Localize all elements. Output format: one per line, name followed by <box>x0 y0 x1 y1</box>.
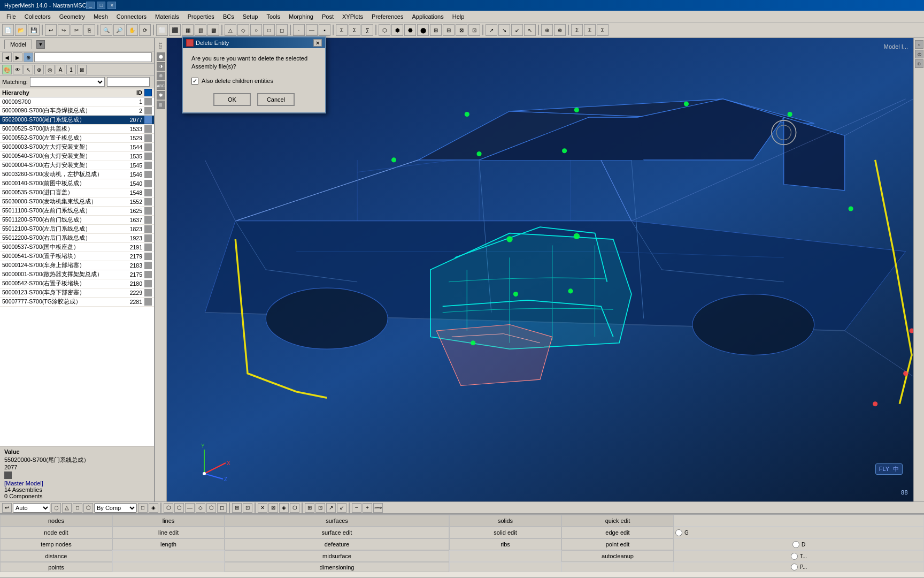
delete-children-label[interactable]: Also delete children entities <box>202 78 273 84</box>
tb-sum2[interactable]: Σ <box>349 24 360 36</box>
panel-abc-btn[interactable]: A <box>56 65 65 74</box>
tb-node[interactable]: · <box>293 24 305 36</box>
bt-s7[interactable]: ⬡ <box>164 503 173 513</box>
panel-num-btn[interactable]: 1 <box>66 65 76 74</box>
tb-a5[interactable]: ⊞ <box>430 24 442 36</box>
bt-s5[interactable]: □ <box>138 503 148 513</box>
maximize-button[interactable]: □ <box>97 2 105 9</box>
grid-dimensioning[interactable]: dimensioning <box>225 562 449 572</box>
bt-s4[interactable]: ⬡ <box>83 503 93 513</box>
grid-length[interactable]: length <box>112 538 225 550</box>
tb-d3[interactable]: Σ <box>597 24 609 36</box>
panel-tb-2[interactable]: ▶ <box>13 52 22 62</box>
tb-redo[interactable]: ↪ <box>58 24 70 36</box>
panel-options-icon[interactable]: ▼ <box>36 40 45 49</box>
grid-node-edit[interactable]: node edit <box>0 527 112 538</box>
tb-view5[interactable]: ▩ <box>207 24 219 36</box>
bt-s12[interactable]: ◻ <box>217 503 227 513</box>
menu-connectors[interactable]: Connectors <box>112 12 151 21</box>
tb-mesh5[interactable]: ◻ <box>276 24 288 36</box>
tb-d1[interactable]: Σ <box>571 24 583 36</box>
bt-s2[interactable]: △ <box>62 503 72 513</box>
bt-s10[interactable]: ◇ <box>196 503 205 513</box>
grid-surface-edit[interactable]: surface edit <box>225 527 449 538</box>
auto-select[interactable]: Auto <box>13 503 50 513</box>
tb-pan[interactable]: ✋ <box>126 24 138 36</box>
hierarchy-item-16[interactable]: 50000537-S700(国中板座盘）2191 <box>0 243 154 252</box>
tb-sum[interactable]: Σ <box>336 24 348 36</box>
hierarchy-item-20[interactable]: 50000542-S700(右置子板堵块）2180 <box>0 279 154 288</box>
bt-s25[interactable]: ⟿ <box>373 503 383 513</box>
tb-c1[interactable]: ⊕ <box>541 24 553 36</box>
bt-s6[interactable]: ◈ <box>149 503 158 513</box>
hierarchy-list[interactable]: 00000S700150000090-S700(白车身焊接总成）25502000… <box>0 97 154 446</box>
tb-new[interactable]: 📄 <box>2 24 14 36</box>
panel-more-btn[interactable]: ⊕ <box>34 65 44 74</box>
minimize-button[interactable]: _ <box>86 2 95 9</box>
hierarchy-item-0[interactable]: 00000S7001 <box>0 97 154 107</box>
hierarchy-item-3[interactable]: 50000525-S700(防共盖板）1533 <box>0 125 154 134</box>
tab-model[interactable]: Model <box>4 40 32 49</box>
bt-s17[interactable]: ◈ <box>279 503 289 513</box>
bt-s20[interactable]: ⊡ <box>315 503 325 513</box>
menu-help[interactable]: Help <box>448 12 469 21</box>
hierarchy-item-11[interactable]: 55030000-S700(发动机集束线总成）1552 <box>0 197 154 207</box>
tb-edge[interactable]: — <box>306 24 318 36</box>
tb-b2[interactable]: ↘ <box>498 24 510 36</box>
tb-save[interactable]: 💾 <box>28 24 40 36</box>
tb-copy[interactable]: ⎘ <box>83 24 95 36</box>
grid-ribs[interactable]: ribs <box>449 538 561 550</box>
tb-open[interactable]: 📂 <box>15 24 27 36</box>
panel-tb-3[interactable]: ⊕ <box>24 52 33 62</box>
strip-icon-2[interactable]: ◑ <box>157 62 165 71</box>
hierarchy-item-17[interactable]: 50000541-S700(置子板堵块）2179 <box>0 252 154 261</box>
bt-s14[interactable]: ⊡ <box>243 503 252 513</box>
bt-s1[interactable]: ◌ <box>51 503 61 513</box>
tb-view2[interactable]: ⬛ <box>169 24 181 36</box>
hierarchy-item-8[interactable]: 50003260-S700(发动机，左护板总成）1546 <box>0 170 154 179</box>
tb-mesh3[interactable]: ○ <box>250 24 262 36</box>
bt-arrow[interactable]: ↩ <box>2 503 12 513</box>
hierarchy-item-13[interactable]: 55011200-S700(右前门线总成）1637 <box>0 216 154 225</box>
panel-tb-1[interactable]: ◀ <box>2 52 12 62</box>
tb-view3[interactable]: ▦ <box>182 24 194 36</box>
matching-select[interactable] <box>30 77 105 87</box>
tb-a6[interactable]: ⊟ <box>443 24 455 36</box>
matching-input[interactable] <box>107 77 150 87</box>
hierarchy-item-5[interactable]: 50000003-S700(左大灯安装支架）1544 <box>0 143 154 152</box>
tb-calc[interactable]: ∑ <box>361 24 373 36</box>
menu-bcs[interactable]: BCs <box>219 12 238 21</box>
tb-view1[interactable]: ⬜ <box>156 24 168 36</box>
hierarchy-item-1[interactable]: 50000090-S700(白车身焊接总成）2 <box>0 107 154 116</box>
tb-rotate[interactable]: ⟳ <box>139 24 151 36</box>
tb-b1[interactable]: ↗ <box>486 24 497 36</box>
hierarchy-item-9[interactable]: 50000140-S700(前图中板总成）1540 <box>0 179 154 188</box>
tb-d2[interactable]: Σ <box>584 24 596 36</box>
hierarchy-item-15[interactable]: 55012200-S700(右后门系线总成）1923 <box>0 234 154 243</box>
hierarchy-item-18[interactable]: 50000124-S700(车身上部堵塞）2183 <box>0 261 154 270</box>
close-button[interactable]: × <box>107 2 116 9</box>
menu-geometry[interactable]: Geometry <box>55 12 89 21</box>
bt-s3[interactable]: □ <box>73 503 82 513</box>
tb-zoom-out[interactable]: 🔎 <box>113 24 125 36</box>
menu-file[interactable]: File <box>2 12 20 21</box>
hierarchy-item-21[interactable]: 50000123-S700(车身下部密塞）2229 <box>0 288 154 298</box>
hierarchy-item-10[interactable]: 50000535-S700(进口盲盖）1548 <box>0 188 154 197</box>
grid-temp-nodes[interactable]: temp nodes <box>0 538 112 550</box>
menu-applications[interactable]: Applications <box>407 12 448 21</box>
grid-midsurface[interactable]: midsurface <box>225 550 449 562</box>
right-icon-2[interactable]: ◎ <box>915 50 923 58</box>
grid-autocleanup[interactable]: autocleanup <box>561 550 674 562</box>
right-icon-1[interactable]: ○ <box>915 40 923 49</box>
panel-sz-btn[interactable]: ⊠ <box>77 65 87 74</box>
tb-undo[interactable]: ↩ <box>45 24 57 36</box>
tb-view4[interactable]: ▧ <box>195 24 206 36</box>
menu-materials[interactable]: Materials <box>151 12 183 21</box>
bt-s21[interactable]: ↗ <box>326 503 336 513</box>
grid-solid-edit[interactable]: solid edit <box>449 527 561 538</box>
tb-mesh4[interactable]: □ <box>263 24 275 36</box>
tb-cut[interactable]: ✂ <box>71 24 82 36</box>
dialog-ok-button[interactable]: OK <box>213 93 251 106</box>
menu-xyplots[interactable]: XYPlots <box>338 12 367 21</box>
strip-icon-4[interactable]: ABC <box>157 81 165 90</box>
